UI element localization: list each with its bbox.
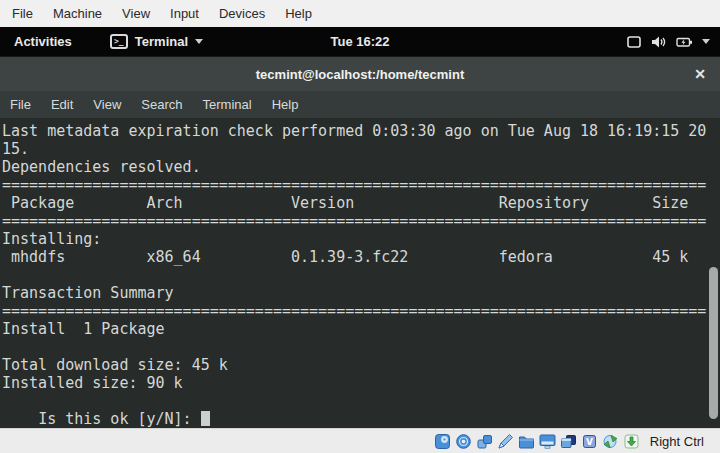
terminal-titlebar[interactable]: tecmint@localhost:/home/tecmint ✕ xyxy=(0,56,720,91)
volume-icon xyxy=(651,34,667,50)
vbox-menu-input[interactable]: Input xyxy=(160,0,209,27)
pencil-icon[interactable] xyxy=(497,433,514,450)
terminal-app-icon: >_ xyxy=(110,34,128,49)
svg-text:V: V xyxy=(586,437,593,447)
terminal-line: 15. xyxy=(2,140,720,158)
prompt-text: Is this ok [y/N]: xyxy=(38,410,201,428)
terminal-line: Last metadata expiration check performed… xyxy=(2,122,720,140)
chevron-down-icon xyxy=(702,39,710,44)
window-icon xyxy=(626,34,642,50)
clock-button[interactable]: Tue 16:22 xyxy=(330,34,389,49)
network-globe-icon[interactable] xyxy=(602,433,619,450)
terminal-line: Install 1 Package xyxy=(2,320,720,338)
download-arrow-icon[interactable] xyxy=(623,433,640,450)
terminal-line: Installed size: 90 k xyxy=(2,374,720,392)
terminal-line: Transaction Summary xyxy=(2,284,720,302)
gnome-top-bar: Activities >_ Terminal Tue 16:22 xyxy=(0,27,720,56)
shared-folder-icon[interactable] xyxy=(518,433,535,450)
network-adapters-icon[interactable] xyxy=(476,433,493,450)
display-icon[interactable] xyxy=(539,433,556,450)
features-chip-icon[interactable]: V xyxy=(581,433,598,450)
chevron-down-icon xyxy=(195,39,203,44)
terminal-line: Dependencies resolved. xyxy=(2,158,720,176)
term-menu-search[interactable]: Search xyxy=(131,91,192,119)
text-cursor xyxy=(201,411,210,426)
terminal-line: mhddfs x86_64 0.1.39-3.fc22 fedora 45 k xyxy=(2,248,720,266)
vbox-statusbar: V Right Ctrl xyxy=(0,428,720,453)
vbox-menubar: File Machine View Input Devices Help xyxy=(0,0,720,27)
vbox-menu-view[interactable]: View xyxy=(112,0,160,27)
terminal-line: Installing: xyxy=(2,230,720,248)
vbox-menu-file[interactable]: File xyxy=(2,0,43,27)
host-key-label: Right Ctrl xyxy=(650,434,704,449)
terminal-menubar: File Edit View Search Terminal Help xyxy=(0,91,720,119)
vbox-menu-help[interactable]: Help xyxy=(275,0,322,27)
term-menu-edit[interactable]: Edit xyxy=(41,91,83,119)
terminal-line: Package Arch Version Repository Size xyxy=(2,194,720,212)
virtual-windows-icon[interactable] xyxy=(560,433,577,450)
term-menu-file[interactable]: File xyxy=(0,91,41,119)
system-status-area[interactable] xyxy=(626,34,710,50)
terminal-line: ========================================… xyxy=(2,302,720,320)
term-menu-view[interactable]: View xyxy=(83,91,131,119)
vbox-menu-devices[interactable]: Devices xyxy=(209,0,275,27)
terminal-prompt-line: Is this ok [y/N]: xyxy=(2,392,720,410)
vbox-menu-machine[interactable]: Machine xyxy=(43,0,112,27)
term-menu-terminal[interactable]: Terminal xyxy=(193,91,262,119)
terminal-line: Total download size: 45 k xyxy=(2,356,720,374)
term-menu-help[interactable]: Help xyxy=(262,91,309,119)
battery-charging-icon xyxy=(676,34,693,50)
terminal-line: ========================================… xyxy=(2,212,720,230)
app-menu-label: Terminal xyxy=(135,34,188,49)
terminal-line xyxy=(2,338,720,356)
terminal-line: ========================================… xyxy=(2,176,720,194)
optical-disc-icon[interactable] xyxy=(455,433,472,450)
terminal-output[interactable]: Last metadata expiration check performed… xyxy=(0,119,720,428)
activities-button[interactable]: Activities xyxy=(14,34,72,49)
scrollbar-thumb[interactable] xyxy=(709,267,718,419)
app-menu-button[interactable]: >_ Terminal xyxy=(110,34,203,49)
hard-disk-icon[interactable] xyxy=(434,433,451,450)
terminal-title: tecmint@localhost:/home/tecmint xyxy=(256,67,464,82)
close-button[interactable]: ✕ xyxy=(694,57,706,91)
terminal-line xyxy=(2,266,720,284)
